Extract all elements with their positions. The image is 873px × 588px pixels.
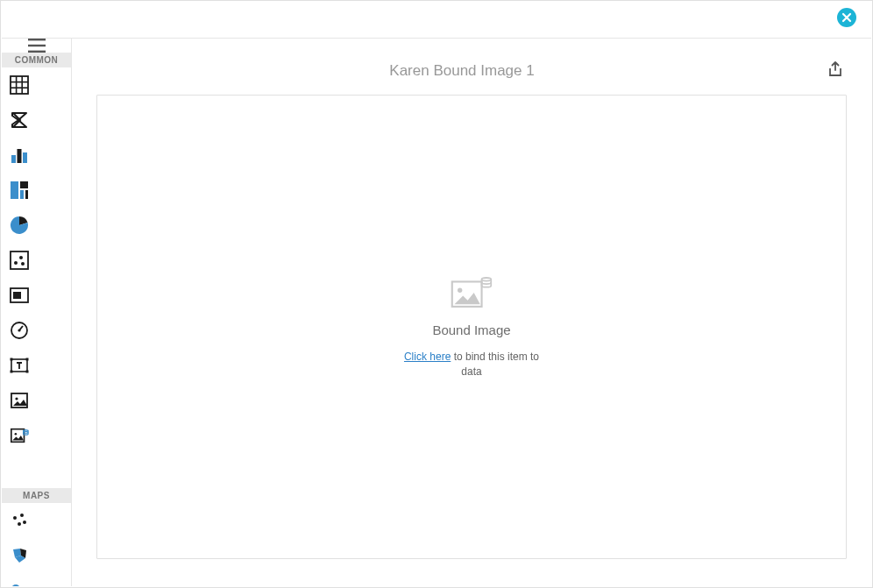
tool-pie[interactable] (2, 208, 37, 243)
tool-geopoint[interactable] (2, 503, 37, 538)
tool-bubble-map[interactable] (2, 573, 37, 586)
svg-rect-13 (20, 190, 24, 199)
tool-spacer-common (2, 453, 37, 488)
tool-bound-image[interactable] (2, 418, 37, 453)
card-icon (10, 286, 29, 305)
pie-icon (10, 216, 29, 235)
section-header-common: COMMON (2, 53, 71, 67)
svg-rect-9 (18, 149, 22, 163)
sigma-icon (10, 110, 29, 130)
svg-rect-1 (28, 45, 46, 46)
svg-rect-10 (23, 152, 27, 163)
tool-gauge[interactable] (2, 313, 37, 348)
svg-point-17 (19, 256, 23, 259)
tool-pivot[interactable] (2, 103, 37, 138)
close-button[interactable] (837, 8, 856, 27)
svg-rect-25 (26, 358, 29, 361)
export-button[interactable] (827, 61, 847, 81)
svg-point-16 (14, 261, 18, 265)
svg-point-37 (11, 584, 20, 586)
tool-treemap[interactable] (2, 173, 37, 208)
svg-rect-12 (20, 181, 28, 188)
sidebar: COMMON (2, 39, 72, 586)
svg-rect-26 (11, 371, 13, 373)
header-row: Karen Bound Image 1 (96, 61, 847, 81)
textbox-icon (10, 356, 29, 375)
svg-point-58 (482, 278, 492, 281)
choropleth-icon (10, 546, 29, 565)
main-area: Karen Bound Image 1 (72, 39, 871, 586)
tool-image[interactable] (2, 383, 37, 418)
section-header-maps: MAPS (2, 488, 71, 503)
tool-grid[interactable] (2, 67, 37, 103)
tool-text[interactable] (2, 348, 37, 383)
svg-rect-11 (11, 181, 18, 199)
svg-point-22 (18, 329, 20, 331)
bind-data-link[interactable]: Click here (404, 351, 451, 363)
maps-tools (2, 503, 71, 586)
placeholder-title: Bound Image (401, 322, 542, 337)
common-tools (2, 67, 71, 488)
scatter-icon (10, 251, 29, 270)
svg-point-33 (13, 516, 17, 520)
svg-point-57 (458, 287, 462, 292)
tool-choropleth[interactable] (2, 538, 37, 573)
svg-point-34 (20, 514, 24, 517)
tool-card[interactable] (2, 278, 37, 313)
svg-point-35 (18, 522, 21, 526)
item-canvas: Bound Image Click here to bind this item… (96, 95, 847, 559)
geopoint-icon (10, 511, 29, 530)
svg-rect-20 (13, 292, 21, 299)
menu-icon (28, 39, 46, 53)
export-icon (827, 61, 843, 77)
placeholder-hint-suffix: to bind this item to data (451, 351, 539, 378)
placeholder-icon (451, 275, 493, 310)
bar-chart-icon (10, 145, 29, 165)
dashboard-designer-window: COMMON (0, 0, 873, 588)
treemap-icon (10, 181, 29, 200)
svg-rect-15 (11, 251, 28, 269)
svg-point-31 (15, 433, 18, 436)
empty-placeholder: Bound Image Click here to bind this item… (401, 275, 542, 379)
image-icon (10, 391, 29, 410)
svg-point-29 (15, 397, 18, 400)
hamburger-menu-button[interactable] (2, 39, 71, 53)
close-icon (837, 8, 856, 27)
tool-scatter[interactable] (2, 243, 37, 278)
gauge-icon (10, 321, 29, 340)
svg-point-36 (23, 521, 26, 524)
bound-image-icon (10, 426, 29, 445)
svg-rect-27 (26, 371, 29, 373)
svg-rect-14 (25, 190, 28, 199)
bubble-map-icon (10, 581, 29, 586)
svg-rect-24 (11, 358, 13, 361)
tool-chart[interactable] (2, 138, 37, 173)
placeholder-hint: Click here to bind this item to data (401, 350, 542, 379)
body: COMMON (2, 38, 871, 586)
svg-point-18 (21, 262, 25, 266)
page-title: Karen Bound Image 1 (96, 62, 827, 80)
svg-rect-3 (11, 76, 28, 94)
svg-rect-8 (11, 155, 16, 163)
grid-icon (10, 75, 29, 95)
svg-rect-0 (28, 39, 46, 40)
